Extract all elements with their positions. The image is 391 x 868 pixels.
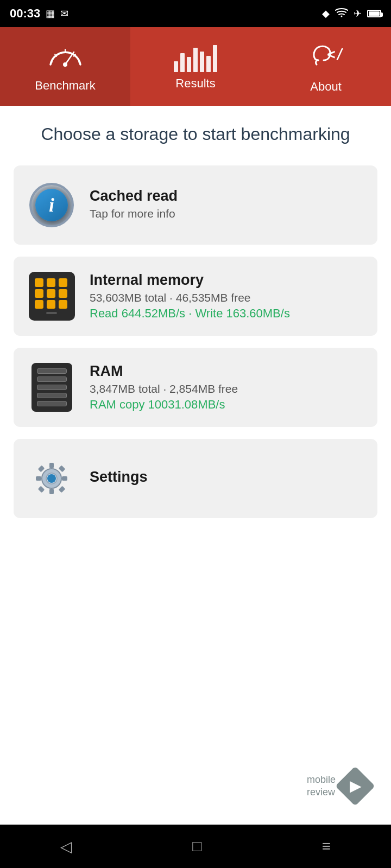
- tab-bar: Benchmark Results </> About: [0, 27, 391, 106]
- watermark: mobilereview ▶: [14, 756, 377, 808]
- svg-point-11: [47, 474, 56, 483]
- menu-button[interactable]: ≡: [322, 838, 331, 855]
- svg-rect-18: [38, 486, 45, 493]
- bar-chart-icon: [174, 42, 217, 72]
- internal-memory-icon: [27, 272, 76, 321]
- speedometer-icon: [48, 40, 83, 74]
- svg-line-6: [65, 52, 74, 65]
- card-ram-subtitle: 3,847MB total · 2,854MB free: [90, 382, 364, 395]
- watermark-logo: ▶: [335, 766, 375, 806]
- airplane-icon: ✈: [354, 8, 362, 20]
- card-ram-speed: RAM copy 10031.08MB/s: [90, 398, 364, 412]
- svg-rect-17: [59, 465, 66, 472]
- card-settings-text: Settings: [90, 469, 364, 488]
- tab-about-label: About: [310, 80, 342, 94]
- tab-benchmark[interactable]: Benchmark: [0, 27, 130, 106]
- card-cached-read-title: Cached read: [90, 188, 364, 205]
- mail-icon: ✉: [60, 8, 68, 20]
- cached-read-icon: i: [27, 181, 76, 229]
- card-internal-memory-text: Internal memory 53,603MB total · 46,535M…: [90, 272, 364, 321]
- card-cached-read-subtitle: Tap for more info: [90, 207, 364, 220]
- status-icons: ◆ ✈: [322, 8, 381, 20]
- tab-results-label: Results: [175, 76, 215, 91]
- card-internal-memory-title: Internal memory: [90, 272, 364, 289]
- ram-icon: [27, 363, 76, 412]
- svg-rect-16: [38, 465, 45, 472]
- watermark-text: mobilereview: [307, 774, 336, 797]
- svg-rect-19: [59, 486, 66, 493]
- card-ram[interactable]: RAM 3,847MB total · 2,854MB free RAM cop…: [14, 348, 377, 427]
- settings-icon: [27, 454, 76, 503]
- svg-text:</>: </>: [327, 46, 344, 62]
- signal-icon: ◆: [322, 8, 330, 20]
- tab-benchmark-label: Benchmark: [35, 79, 95, 93]
- card-internal-memory-speed: Read 644.52MB/s · Write 163.60MB/s: [90, 307, 364, 321]
- tab-results[interactable]: Results: [130, 27, 261, 106]
- card-settings[interactable]: Settings: [14, 439, 377, 518]
- card-cached-read[interactable]: i Cached read Tap for more info: [14, 165, 377, 245]
- svg-point-7: [63, 62, 67, 67]
- about-icon: </>: [308, 40, 344, 75]
- home-button[interactable]: □: [192, 838, 201, 855]
- card-internal-memory[interactable]: Internal memory 53,603MB total · 46,535M…: [14, 257, 377, 336]
- main-content: Choose a storage to start benchmarking i…: [0, 106, 391, 825]
- card-cached-read-text: Cached read Tap for more info: [90, 188, 364, 222]
- card-ram-title: RAM: [90, 363, 364, 380]
- status-bar: 00:33 ▦ ✉ ◆ ✈: [0, 0, 391, 27]
- back-button[interactable]: ◁: [60, 838, 72, 856]
- svg-rect-15: [62, 476, 67, 481]
- svg-rect-13: [49, 489, 54, 494]
- calendar-icon: ▦: [46, 8, 55, 20]
- card-ram-text: RAM 3,847MB total · 2,854MB free RAM cop…: [90, 363, 364, 412]
- svg-rect-12: [49, 463, 54, 468]
- battery-icon: [367, 10, 381, 17]
- svg-point-0: [341, 15, 343, 17]
- card-settings-title: Settings: [90, 469, 364, 486]
- status-time: 00:33: [10, 7, 40, 21]
- card-internal-memory-subtitle: 53,603MB total · 46,535MB free: [90, 291, 364, 304]
- page-title: Choose a storage to start benchmarking: [14, 122, 377, 146]
- wifi-icon: [335, 8, 348, 20]
- bottom-nav: ◁ □ ≡: [0, 825, 391, 868]
- tab-about[interactable]: </> About: [261, 27, 391, 106]
- svg-rect-14: [36, 476, 41, 481]
